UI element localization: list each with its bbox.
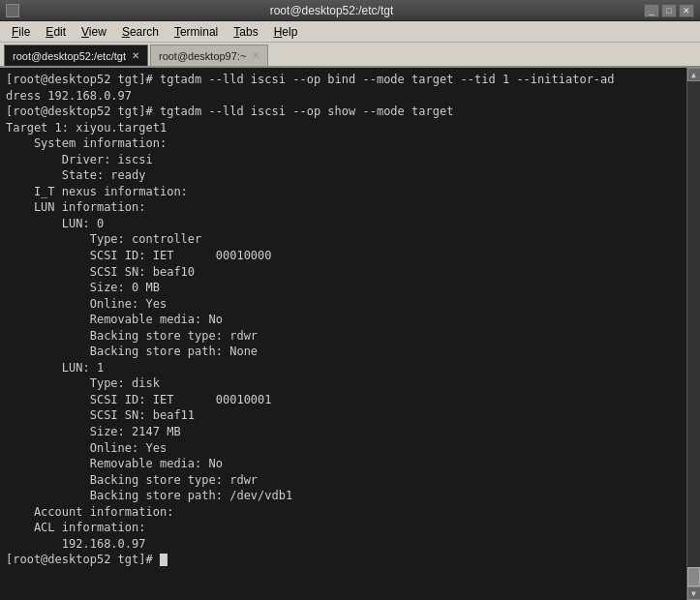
tab-1-close[interactable]: ✕ [132, 50, 139, 61]
tab-bar: root@desktop52:/etc/tgt ✕ root@desktop97… [0, 43, 700, 68]
terminal-container: [root@desktop52 tgt]# tgtadm --lld iscsi… [0, 68, 700, 600]
title-bar-left [6, 4, 19, 17]
tab-1-label: root@desktop52:/etc/tgt [13, 50, 126, 62]
menu-edit[interactable]: Edit [38, 23, 74, 41]
scrollbar[interactable]: ▲ ▼ [686, 68, 700, 600]
menu-help[interactable]: Help [266, 23, 306, 41]
menu-search[interactable]: Search [114, 23, 167, 41]
terminal-output: [root@desktop52 tgt]# tgtadm --lld iscsi… [6, 72, 681, 568]
terminal-icon [6, 4, 19, 17]
terminal[interactable]: [root@desktop52 tgt]# tgtadm --lld iscsi… [0, 68, 686, 600]
menu-view[interactable]: View [74, 23, 114, 41]
tab-2-label: root@desktop97:~ [159, 50, 246, 62]
scroll-up-button[interactable]: ▲ [687, 68, 701, 81]
title-bar-controls: _ □ ✕ [644, 4, 694, 17]
scroll-down-button[interactable]: ▼ [687, 586, 701, 600]
menu-terminal[interactable]: Terminal [167, 23, 226, 41]
terminal-cursor [160, 554, 167, 566]
maximize-button[interactable]: □ [661, 4, 677, 17]
scroll-thumb[interactable] [687, 567, 700, 586]
menu-bar: File Edit View Search Terminal Tabs Help [0, 21, 700, 43]
scroll-track [687, 81, 700, 586]
minimize-button[interactable]: _ [644, 4, 659, 17]
tab-2[interactable]: root@desktop97:~ ✕ [150, 45, 268, 66]
menu-file[interactable]: File [4, 23, 38, 41]
tab-2-close[interactable]: ✕ [252, 50, 259, 61]
tab-1[interactable]: root@desktop52:/etc/tgt ✕ [4, 45, 148, 66]
title-bar: root@desktop52:/etc/tgt _ □ ✕ [0, 0, 700, 21]
menu-tabs[interactable]: Tabs [226, 23, 265, 41]
window-title: root@desktop52:/etc/tgt [19, 4, 644, 17]
close-button[interactable]: ✕ [679, 4, 694, 17]
